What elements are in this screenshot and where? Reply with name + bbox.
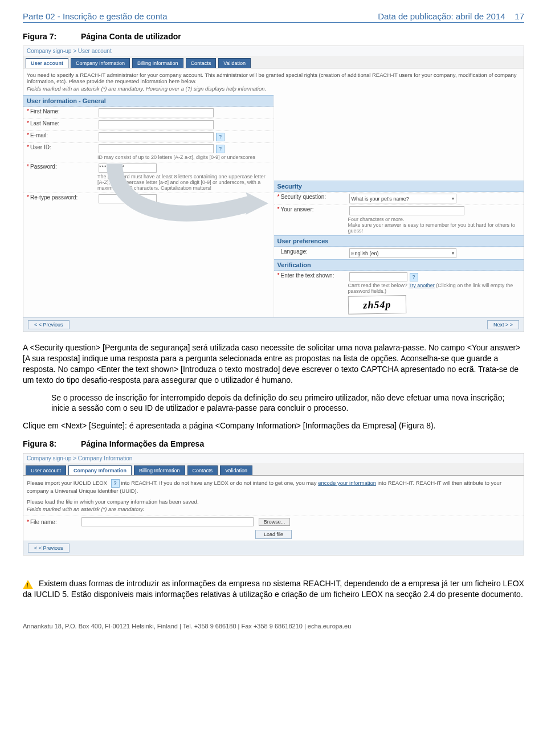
intro-line3: Fields marked with an asterisk (*) are m… — [23, 506, 524, 516]
warning-icon — [23, 580, 33, 589]
tab-contacts[interactable]: Contacts — [186, 58, 217, 68]
hint-user-id: ID may consist of up to 20 letters [A-Z … — [23, 154, 274, 162]
label-first-name: First Name: — [30, 108, 99, 117]
figure8-caption: Figura 8: Página Informações da Empresa — [23, 439, 524, 448]
previous-button[interactable]: < < Previous — [28, 543, 70, 553]
file-name-input[interactable] — [81, 517, 254, 526]
header-right: Data de publicação: abril de 2014 17 — [378, 11, 524, 21]
label-your-answer: Your answer: — [281, 206, 349, 215]
help-icon[interactable]: ? — [111, 479, 120, 488]
page-header: Parte 02 - Inscrição e gestão de conta D… — [23, 11, 524, 23]
warning-paragraph: Existem duas formas de introduzir as inf… — [23, 578, 524, 600]
figure7-caption: Figura 7: Página Conta de utilizador — [23, 32, 524, 41]
intro-text: You need to specify a REACH-IT administr… — [23, 68, 524, 85]
email-input[interactable] — [99, 132, 214, 141]
tab-contacts[interactable]: Contacts — [187, 465, 218, 475]
tab-company-info[interactable]: Company Information — [71, 58, 130, 68]
label-enter-text: Enter the text shown: — [281, 272, 349, 281]
retype-password-input[interactable] — [99, 194, 157, 203]
load-file-button[interactable]: Load file — [255, 530, 292, 539]
tab-company-info[interactable]: Company Information — [68, 465, 132, 475]
captcha-image: zh54p — [348, 295, 406, 314]
tab-bar: User account Company Information Billing… — [23, 463, 524, 476]
last-name-input[interactable] — [99, 120, 214, 129]
paragraph-3: Clique em <Next> [Seguinte]: é apresenta… — [23, 420, 524, 431]
label-language: Language: — [281, 248, 349, 258]
intro-line2: Please load the file in which your compa… — [23, 495, 524, 506]
tab-bar: User account Company Information Billing… — [23, 56, 524, 68]
intro-sub: Fields marked with an asterisk (*) are m… — [23, 85, 524, 95]
tab-billing-info[interactable]: Billing Information — [134, 465, 185, 475]
hint-password: The password must have at least 8 letter… — [23, 174, 274, 193]
try-another-link[interactable]: Try another — [409, 283, 435, 288]
tab-validation[interactable]: Validation — [220, 465, 252, 475]
label-user-id: User ID: — [30, 144, 99, 153]
page-footer: Annankatu 18, P.O. Box 400, FI-00121 Hel… — [23, 623, 524, 630]
intro-text: Please import your IUCLID LEOX ? into RE… — [23, 476, 524, 495]
help-icon[interactable]: ? — [410, 273, 418, 281]
captcha-input[interactable] — [349, 272, 407, 281]
tab-billing-info[interactable]: Billing Information — [132, 58, 183, 68]
browse-button[interactable]: Browse... — [259, 518, 291, 526]
label-password: Password: — [30, 164, 99, 173]
label-file-name: File name: — [30, 519, 81, 525]
section-prefs: User preferences — [274, 235, 524, 247]
tab-user-account[interactable]: User account — [26, 58, 68, 68]
header-left: Parte 02 - Inscrição e gestão de conta — [23, 11, 167, 21]
tab-validation[interactable]: Validation — [218, 58, 251, 68]
paragraph-1: A <Security question> [Pergunta de segur… — [23, 342, 524, 386]
help-icon[interactable]: ? — [216, 145, 224, 153]
label-email: E-mail: — [30, 132, 99, 141]
label-sec-question: Security question: — [281, 194, 349, 203]
label-last-name: Last Name: — [30, 120, 99, 129]
first-name-input[interactable] — [99, 108, 214, 117]
language-select[interactable]: English (en) — [349, 248, 456, 258]
cant-read-text: Can't read the text below? — [348, 283, 409, 288]
help-icon[interactable]: ? — [216, 133, 224, 141]
paragraph-2: Se o processo de inscrição for interromp… — [51, 393, 524, 414]
figure7-screenshot: Company sign-up > User account User acco… — [23, 46, 524, 332]
tab-user-account[interactable]: User account — [26, 465, 66, 475]
figure8-screenshot: Company sign-up > Company Information Us… — [23, 453, 524, 555]
previous-button[interactable]: < < Previous — [28, 320, 70, 329]
hint-answer: Four characters or more. Make sure your … — [274, 216, 524, 235]
label-retype: Re-type password: — [30, 194, 99, 203]
section-security: Security — [274, 181, 524, 192]
section-verify: Verification — [274, 259, 524, 271]
user-id-input[interactable] — [99, 144, 214, 153]
password-input[interactable]: ********** — [99, 164, 157, 173]
security-question-select[interactable]: What is your pet's name? — [349, 194, 456, 203]
encode-info-link[interactable]: encode your information — [318, 480, 376, 486]
your-answer-input[interactable] — [349, 206, 464, 215]
section-general: User information - General — [23, 95, 274, 107]
breadcrumb: Company sign-up > Company Information — [23, 453, 524, 463]
breadcrumb: Company sign-up > User account — [23, 46, 524, 56]
next-button[interactable]: Next > > — [487, 320, 519, 329]
